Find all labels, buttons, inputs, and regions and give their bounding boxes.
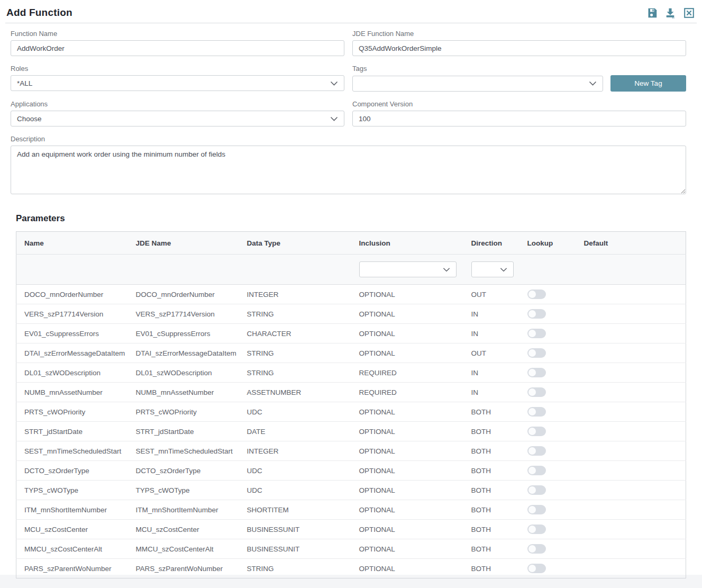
component-version-label: Component Version <box>352 100 686 108</box>
lookup-toggle[interactable] <box>527 387 546 397</box>
param-inclusion-cell: OPTIONAL <box>351 402 463 422</box>
download-icon[interactable] <box>664 7 676 19</box>
component-version-input[interactable] <box>352 111 686 126</box>
jde-function-name-input[interactable] <box>352 40 686 56</box>
param-direction-cell: IN <box>463 383 519 402</box>
parameter-row: MMCU_szCostCenterAlt MMCU_szCostCenterAl… <box>16 539 686 559</box>
function-name-label: Function Name <box>11 30 344 38</box>
param-name-cell: EV01_cSuppressErrors <box>16 324 128 343</box>
lookup-toggle[interactable] <box>527 544 546 554</box>
description-textarea[interactable]: Add an equipment work order using the mi… <box>11 146 686 194</box>
param-default-cell <box>576 461 686 481</box>
param-name-cell: DOCO_mnOrderNumber <box>16 285 128 304</box>
roles-select[interactable]: *ALL <box>11 75 344 91</box>
lookup-toggle[interactable] <box>527 329 546 338</box>
lookup-toggle[interactable] <box>527 290 546 299</box>
param-default-cell <box>576 559 686 578</box>
param-data-type-cell: BUSINESSUNIT <box>239 539 351 559</box>
lookup-toggle[interactable] <box>527 505 546 514</box>
param-direction-cell: BOTH <box>463 481 519 500</box>
param-data-type-cell: SHORTITEM <box>239 500 351 520</box>
lookup-toggle[interactable] <box>527 427 546 436</box>
function-name-input[interactable] <box>11 40 344 56</box>
param-default-cell <box>576 520 686 539</box>
inclusion-filter-select[interactable] <box>359 261 457 277</box>
param-data-type-cell: STRING <box>239 343 351 363</box>
title-divider <box>5 23 697 23</box>
param-name-cell: STRT_jdStartDate <box>16 422 128 441</box>
param-inclusion-cell: OPTIONAL <box>351 539 463 559</box>
param-jde-name-cell: DOCO_mnOrderNumber <box>128 285 239 304</box>
applications-select[interactable]: Choose <box>11 111 344 126</box>
parameter-row: MCU_szCostCenter MCU_szCostCenter BUSINE… <box>16 520 686 539</box>
close-icon[interactable] <box>683 7 695 19</box>
column-header-direction: Direction <box>463 232 519 255</box>
param-direction-cell: BOTH <box>463 461 519 481</box>
param-lookup-cell <box>519 461 576 481</box>
component-version-field-group: Component Version <box>352 100 686 126</box>
lookup-toggle[interactable] <box>527 524 546 534</box>
param-inclusion-cell: OPTIONAL <box>351 304 463 324</box>
toggle-knob <box>528 408 536 415</box>
new-tag-button[interactable]: New Tag <box>610 75 686 92</box>
param-jde-name-cell: NUMB_mnAssetNumber <box>128 383 239 402</box>
lookup-toggle[interactable] <box>527 309 546 319</box>
param-default-cell <box>576 422 686 441</box>
param-direction-cell: BOTH <box>463 559 519 578</box>
toggle-knob <box>528 349 536 357</box>
description-label: Description <box>11 135 686 143</box>
chevron-down-icon <box>443 267 450 272</box>
tags-select[interactable] <box>352 76 603 92</box>
toggle-knob <box>528 330 536 337</box>
parameters-table-body: DOCO_mnOrderNumber DOCO_mnOrderNumber IN… <box>16 285 686 578</box>
param-data-type-cell: BUSINESSUNIT <box>239 520 351 539</box>
param-lookup-cell <box>519 343 576 363</box>
parameter-row: DOCO_mnOrderNumber DOCO_mnOrderNumber IN… <box>16 285 686 304</box>
lookup-toggle[interactable] <box>527 466 546 475</box>
parameter-row: PRTS_cWOPriority PRTS_cWOPriority UDC OP… <box>16 402 686 422</box>
lookup-toggle[interactable] <box>527 348 546 358</box>
direction-filter-select[interactable] <box>471 261 514 277</box>
param-lookup-cell <box>519 402 576 422</box>
page-title: Add Function <box>6 7 72 19</box>
lookup-toggle[interactable] <box>527 485 546 495</box>
lookup-toggle[interactable] <box>527 446 546 456</box>
tags-label: Tags <box>352 65 686 73</box>
param-default-cell <box>576 285 686 304</box>
param-data-type-cell: ASSETNUMBER <box>239 383 351 402</box>
param-inclusion-cell: OPTIONAL <box>351 481 463 500</box>
toggle-knob <box>528 447 536 455</box>
param-name-cell: DL01_szWODescription <box>16 363 128 383</box>
chevron-down-icon <box>330 81 338 86</box>
param-inclusion-cell: REQUIRED <box>351 363 463 383</box>
param-data-type-cell: STRING <box>239 304 351 324</box>
toggle-knob <box>528 310 536 318</box>
lookup-toggle[interactable] <box>527 564 546 573</box>
lookup-toggle[interactable] <box>527 368 546 377</box>
parameter-row: PARS_szParentWoNumber PARS_szParentWoNum… <box>16 559 686 578</box>
toggle-knob <box>528 467 536 474</box>
param-inclusion-cell: OPTIONAL <box>351 285 463 304</box>
parameter-row: TYPS_cWOType TYPS_cWOType UDC OPTIONAL B… <box>16 481 686 500</box>
parameter-row: SEST_mnTimeScheduledStart SEST_mnTimeSch… <box>16 441 686 461</box>
param-lookup-cell <box>519 481 576 500</box>
param-jde-name-cell: VERS_szP17714Version <box>128 304 239 324</box>
roles-selected-value: *ALL <box>17 79 32 87</box>
save-icon[interactable] <box>646 7 658 19</box>
chevron-down-icon <box>330 116 338 121</box>
param-inclusion-cell: OPTIONAL <box>351 461 463 481</box>
parameters-filter-row <box>16 255 686 285</box>
column-header-default: Default <box>576 232 686 255</box>
column-header-inclusion: Inclusion <box>351 232 463 255</box>
function-form: Function Name JDE Function Name Roles *A… <box>0 30 702 205</box>
param-direction-cell: IN <box>463 324 519 343</box>
param-name-cell: MCU_szCostCenter <box>16 520 128 539</box>
param-direction-cell: IN <box>463 304 519 324</box>
roles-label: Roles <box>11 65 344 73</box>
lookup-toggle[interactable] <box>527 407 546 417</box>
jde-function-name-label: JDE Function Name <box>352 30 686 38</box>
parameter-row: DCTO_szOrderType DCTO_szOrderType UDC OP… <box>16 461 686 481</box>
column-header-name: Name <box>16 232 128 255</box>
chevron-down-icon <box>500 267 507 272</box>
param-direction-cell: BOTH <box>463 520 519 539</box>
